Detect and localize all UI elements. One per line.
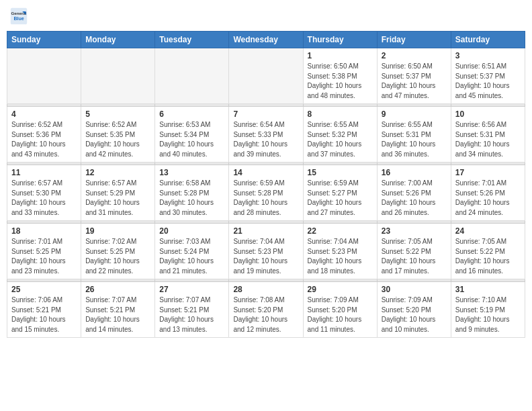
day-info: Sunrise: 6:55 AM Sunset: 5:32 PM Dayligh… [308,120,373,159]
day-info: Sunrise: 6:54 AM Sunset: 5:33 PM Dayligh… [233,120,298,159]
day-info: Sunrise: 6:57 AM Sunset: 5:30 PM Dayligh… [11,179,77,218]
calendar-cell: 16Sunrise: 7:00 AM Sunset: 5:26 PM Dayli… [377,165,451,221]
day-number: 9 [382,109,447,119]
calendar-cell: 27Sunrise: 7:07 AM Sunset: 5:21 PM Dayli… [155,282,229,338]
calendar-day-header: Thursday [303,32,377,48]
day-number: 30 [382,285,447,294]
day-number: 15 [308,168,373,177]
day-info: Sunrise: 7:02 AM Sunset: 5:25 PM Dayligh… [85,237,150,276]
day-info: Sunrise: 6:59 AM Sunset: 5:28 PM Dayligh… [233,179,298,218]
calendar-cell: 20Sunrise: 7:03 AM Sunset: 5:24 PM Dayli… [155,224,229,279]
calendar-cell: 30Sunrise: 7:09 AM Sunset: 5:20 PM Dayli… [377,282,451,338]
day-number: 29 [308,285,373,294]
day-number: 16 [382,168,447,177]
calendar-cell: 22Sunrise: 7:04 AM Sunset: 5:23 PM Dayli… [303,224,377,279]
calendar-cell: 24Sunrise: 7:05 AM Sunset: 5:22 PM Dayli… [451,224,525,279]
day-number: 18 [11,226,77,236]
day-info: Sunrise: 7:05 AM Sunset: 5:22 PM Dayligh… [382,237,447,276]
day-number: 22 [308,226,373,236]
calendar-cell: 3Sunrise: 6:51 AM Sunset: 5:37 PM Daylig… [451,48,525,104]
calendar-cell: 2Sunrise: 6:50 AM Sunset: 5:37 PM Daylig… [377,48,451,104]
day-number: 23 [382,226,447,236]
day-info: Sunrise: 7:06 AM Sunset: 5:21 PM Dayligh… [11,295,77,334]
day-number: 8 [308,109,373,119]
calendar-cell: 9Sunrise: 6:55 AM Sunset: 5:31 PM Daylig… [377,107,451,163]
day-number: 7 [233,109,298,119]
page-header: General Blue [7,7,525,26]
day-info: Sunrise: 7:04 AM Sunset: 5:23 PM Dayligh… [308,237,373,276]
svg-text:Blue: Blue [13,16,24,21]
calendar-cell: 25Sunrise: 7:06 AM Sunset: 5:21 PM Dayli… [7,282,81,338]
calendar-cell: 5Sunrise: 6:52 AM Sunset: 5:35 PM Daylig… [81,107,155,163]
day-number: 25 [11,285,77,294]
day-info: Sunrise: 6:50 AM Sunset: 5:38 PM Dayligh… [308,62,373,101]
calendar-cell [155,48,229,104]
day-info: Sunrise: 7:07 AM Sunset: 5:21 PM Dayligh… [159,295,224,334]
calendar-week-row: 11Sunrise: 6:57 AM Sunset: 5:30 PM Dayli… [7,165,525,221]
day-info: Sunrise: 7:03 AM Sunset: 5:24 PM Dayligh… [159,237,224,276]
day-info: Sunrise: 6:51 AM Sunset: 5:37 PM Dayligh… [455,62,521,101]
calendar-cell: 1Sunrise: 6:50 AM Sunset: 5:38 PM Daylig… [303,48,377,104]
calendar-day-header: Monday [81,32,155,48]
logo-icon: General Blue [9,7,28,26]
day-info: Sunrise: 7:04 AM Sunset: 5:23 PM Dayligh… [233,237,298,276]
day-info: Sunrise: 7:08 AM Sunset: 5:20 PM Dayligh… [233,295,298,334]
calendar-cell: 18Sunrise: 7:01 AM Sunset: 5:25 PM Dayli… [7,224,81,279]
day-number: 26 [85,285,150,294]
day-info: Sunrise: 7:10 AM Sunset: 5:19 PM Dayligh… [455,295,521,334]
calendar-cell [81,48,155,104]
calendar-day-header: Tuesday [155,32,229,48]
day-number: 11 [11,168,77,177]
day-info: Sunrise: 6:52 AM Sunset: 5:35 PM Dayligh… [85,120,150,159]
day-info: Sunrise: 7:09 AM Sunset: 5:20 PM Dayligh… [308,295,373,334]
day-info: Sunrise: 7:01 AM Sunset: 5:25 PM Dayligh… [11,237,77,276]
calendar-day-header: Saturday [451,32,525,48]
day-info: Sunrise: 6:58 AM Sunset: 5:28 PM Dayligh… [159,179,224,218]
calendar-week-row: 4Sunrise: 6:52 AM Sunset: 5:36 PM Daylig… [7,107,525,163]
day-info: Sunrise: 7:09 AM Sunset: 5:20 PM Dayligh… [382,295,447,334]
day-info: Sunrise: 6:53 AM Sunset: 5:34 PM Dayligh… [159,120,224,159]
calendar-week-row: 25Sunrise: 7:06 AM Sunset: 5:21 PM Dayli… [7,282,525,338]
calendar-cell: 29Sunrise: 7:09 AM Sunset: 5:20 PM Dayli… [303,282,377,338]
day-number: 12 [85,168,150,177]
calendar-cell: 6Sunrise: 6:53 AM Sunset: 5:34 PM Daylig… [155,107,229,163]
day-number: 2 [382,51,447,60]
day-number: 10 [455,109,521,119]
calendar-cell: 17Sunrise: 7:01 AM Sunset: 5:26 PM Dayli… [451,165,525,221]
day-number: 21 [233,226,298,236]
day-number: 4 [11,109,77,119]
calendar-cell: 7Sunrise: 6:54 AM Sunset: 5:33 PM Daylig… [229,107,303,163]
calendar-header-row: SundayMondayTuesdayWednesdayThursdayFrid… [7,32,525,48]
day-info: Sunrise: 7:01 AM Sunset: 5:26 PM Dayligh… [455,179,521,218]
day-info: Sunrise: 7:00 AM Sunset: 5:26 PM Dayligh… [382,179,447,218]
calendar-week-row: 18Sunrise: 7:01 AM Sunset: 5:25 PM Dayli… [7,224,525,279]
day-number: 17 [455,168,521,177]
day-info: Sunrise: 6:50 AM Sunset: 5:37 PM Dayligh… [382,62,447,101]
calendar-cell [229,48,303,104]
day-number: 3 [455,51,521,60]
day-info: Sunrise: 7:07 AM Sunset: 5:21 PM Dayligh… [85,295,150,334]
day-number: 6 [159,109,224,119]
calendar-day-header: Sunday [7,32,81,48]
day-info: Sunrise: 6:59 AM Sunset: 5:27 PM Dayligh… [308,179,373,218]
calendar-cell: 19Sunrise: 7:02 AM Sunset: 5:25 PM Dayli… [81,224,155,279]
calendar-cell: 4Sunrise: 6:52 AM Sunset: 5:36 PM Daylig… [7,107,81,163]
calendar-day-header: Wednesday [229,32,303,48]
calendar-cell: 11Sunrise: 6:57 AM Sunset: 5:30 PM Dayli… [7,165,81,221]
calendar-cell [7,48,81,104]
day-number: 13 [159,168,224,177]
day-info: Sunrise: 6:52 AM Sunset: 5:36 PM Dayligh… [11,120,77,159]
calendar-week-row: 1Sunrise: 6:50 AM Sunset: 5:38 PM Daylig… [7,48,525,104]
calendar-cell: 8Sunrise: 6:55 AM Sunset: 5:32 PM Daylig… [303,107,377,163]
calendar-cell: 10Sunrise: 6:56 AM Sunset: 5:31 PM Dayli… [451,107,525,163]
calendar-table: SundayMondayTuesdayWednesdayThursdayFrid… [7,31,525,338]
day-number: 31 [455,285,521,294]
day-number: 24 [455,226,521,236]
day-number: 14 [233,168,298,177]
day-info: Sunrise: 6:56 AM Sunset: 5:31 PM Dayligh… [455,120,521,159]
calendar-cell: 26Sunrise: 7:07 AM Sunset: 5:21 PM Dayli… [81,282,155,338]
calendar-cell: 14Sunrise: 6:59 AM Sunset: 5:28 PM Dayli… [229,165,303,221]
calendar-cell: 13Sunrise: 6:58 AM Sunset: 5:28 PM Dayli… [155,165,229,221]
day-info: Sunrise: 7:05 AM Sunset: 5:22 PM Dayligh… [455,237,521,276]
day-number: 28 [233,285,298,294]
